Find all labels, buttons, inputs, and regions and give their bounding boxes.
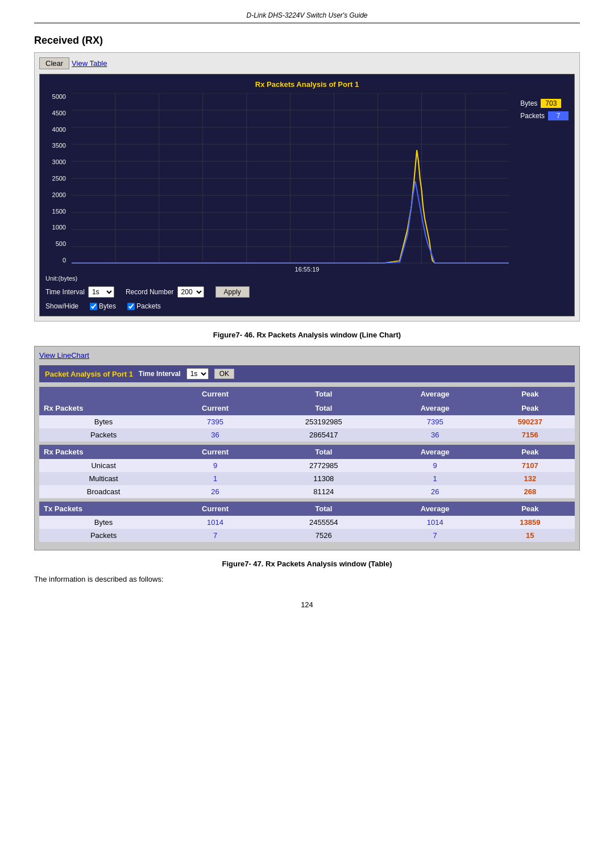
figure2-caption: Figure7- 47. Rx Packets Analysis window … [34,560,580,568]
legend-packets-value: 7 [548,111,569,120]
chart-graph: + [72,93,509,264]
chart-timestamp: 16:55:19 [45,266,569,273]
figure1-caption: Figure7- 46. Rx Packets Analysis window … [34,331,580,339]
apply-button[interactable]: Apply [215,286,250,298]
data-table: Current Total Average Peak Rx PacketsCur… [39,387,575,545]
record-number-label: Record Number [126,288,174,296]
chart-unit: Unit:(bytes) [45,275,569,282]
ok-button[interactable]: OK [214,369,234,379]
legend-bytes-value: 703 [541,99,561,108]
chart-area: Rx Packets Analysis of Port 1 5000 4500 … [39,74,575,316]
table-time-interval-select[interactable]: 1s 5s [186,368,209,379]
legend-packets-label: Packets [520,112,545,120]
table-panel: View LineChart Packet Analysis of Port 1… [34,346,580,550]
record-number-select[interactable]: 200 100 50 [177,286,204,298]
panel-title-bar: Packet Analysis of Port 1 Time Interval … [39,365,575,382]
chart-controls: Time Interval 1s 5s 10s Record Number 20… [45,286,569,298]
bytes-checkbox-label[interactable]: Bytes [90,302,116,310]
chart-show-hide-controls: Show/Hide Bytes Packets [45,302,569,310]
table-row: Multicast1113081132 [39,472,575,485]
chart-yaxis: 5000 4500 4000 3500 3000 2500 2000 1500 … [45,93,66,264]
show-hide-label: Show/Hide [45,302,78,310]
time-interval-label-table: Time Interval [139,370,181,378]
view-table-link[interactable]: View Table [72,59,107,68]
chart-panel: Clear View Table Rx Packets Analysis of … [34,52,580,322]
table-row: Bytes10142455554101413859 [39,516,575,529]
chart-content: 5000 4500 4000 3500 3000 2500 2000 1500 … [45,93,569,264]
chart-toolbar: Clear View Table [39,57,575,69]
table-row: Broadcast268112426268 [39,485,575,498]
table-section-header: Tx PacketsCurrentTotalAveragePeak [39,502,575,516]
col-header-label [39,387,168,401]
col-header-average: Average [385,387,486,401]
time-interval-select[interactable]: 1s 5s 10s [88,286,114,298]
table-section-header: Rx PacketsCurrentTotalAveragePeak [39,401,575,415]
page-number: 124 [34,600,580,609]
view-linechart-link[interactable]: View LineChart [39,351,89,360]
legend-bytes-label: Bytes [520,99,537,107]
col-header-current: Current [168,387,263,401]
packets-checkbox[interactable] [127,303,135,310]
table-body: Rx PacketsCurrentTotalAveragePeakBytes73… [39,401,575,545]
table-section-header: Rx PacketsCurrentTotalAveragePeak [39,445,575,459]
clear-button[interactable]: Clear [39,57,69,69]
table-header-row: Current Total Average Peak [39,387,575,401]
time-interval-row: Time Interval 1s 5s 10s [45,286,114,298]
packets-checkbox-label[interactable]: Packets [127,302,161,310]
time-interval-label: Time Interval [45,288,85,296]
col-header-total: Total [263,387,385,401]
header-title: D-Link DHS-3224V Switch User's Guide [246,11,367,19]
chart-title: Rx Packets Analysis of Port 1 [45,80,569,89]
legend-packets-row: Packets 7 [520,111,569,120]
record-number-row: Record Number 200 100 50 [126,286,204,298]
panel-title: Packet Analysis of Port 1 [45,370,133,378]
section-description: The information is described as follows: [34,575,580,583]
section-title: Received (RX) [34,35,580,47]
packets-checkbox-text: Packets [136,302,161,310]
bytes-checkbox[interactable] [90,303,97,310]
bytes-checkbox-text: Bytes [99,302,116,310]
col-header-peak: Peak [486,387,575,401]
legend-bytes-row: Bytes 703 [520,99,569,108]
table-row: Packets362865417367156 [39,428,575,441]
table-row: Bytes73952531929857395590237 [39,415,575,428]
table-row: Packets77526715 [39,529,575,542]
chart-svg: + [72,93,509,264]
page-header: D-Link DHS-3224V Switch User's Guide [34,11,580,23]
table-panel-header: View LineChart [39,351,575,360]
table-row: Unicast9277298597107 [39,459,575,472]
chart-legend: Bytes 703 Packets 7 [520,93,569,264]
